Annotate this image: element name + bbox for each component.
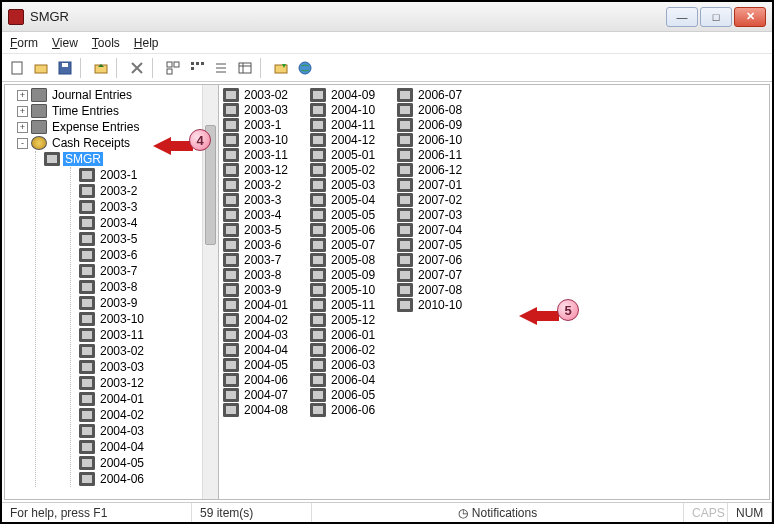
list-item[interactable]: 2004-02 [223, 312, 288, 327]
globe-button[interactable] [294, 57, 316, 79]
expand-toggle[interactable]: + [17, 90, 28, 101]
list-item[interactable]: 2003-2 [223, 177, 288, 192]
save-button[interactable] [54, 57, 76, 79]
list-item[interactable]: 2006-04 [310, 372, 375, 387]
tree-leaf[interactable]: 2004-03 [79, 423, 218, 439]
list-item[interactable]: 2005-06 [310, 222, 375, 237]
list-item[interactable]: 2003-9 [223, 282, 288, 297]
list-item[interactable]: 2005-05 [310, 207, 375, 222]
list-item[interactable]: 2006-03 [310, 357, 375, 372]
tree-leaf[interactable]: 2003-11 [79, 327, 218, 343]
list-item[interactable]: 2003-5 [223, 222, 288, 237]
menu-help[interactable]: Help [134, 36, 159, 50]
folder-up-button[interactable] [90, 57, 112, 79]
list-item[interactable]: 2004-01 [223, 297, 288, 312]
expand-toggle[interactable]: - [17, 138, 28, 149]
list-item[interactable]: 2003-10 [223, 132, 288, 147]
tree-leaf[interactable]: 2003-12 [79, 375, 218, 391]
list-item[interactable]: 2005-10 [310, 282, 375, 297]
tree-node-time[interactable]: +Time Entries [17, 103, 218, 119]
list-item[interactable]: 2006-08 [397, 102, 462, 117]
list-item[interactable]: 2003-02 [223, 87, 288, 102]
menu-form[interactable]: Form [10, 36, 38, 50]
list-item[interactable]: 2005-04 [310, 192, 375, 207]
list-item[interactable]: 2004-09 [310, 87, 375, 102]
menu-tools[interactable]: Tools [92, 36, 120, 50]
expand-toggle[interactable]: + [17, 122, 28, 133]
open-button[interactable] [30, 57, 52, 79]
list-item[interactable]: 2005-01 [310, 147, 375, 162]
list-item[interactable]: 2003-1 [223, 117, 288, 132]
tree-leaf[interactable]: 2003-8 [79, 279, 218, 295]
list-item[interactable]: 2004-11 [310, 117, 375, 132]
list-item[interactable]: 2007-04 [397, 222, 462, 237]
tree-node-journal[interactable]: +Journal Entries [17, 87, 218, 103]
minimize-button[interactable]: — [666, 7, 698, 27]
new-doc-button[interactable] [6, 57, 28, 79]
list-item[interactable]: 2006-10 [397, 132, 462, 147]
list-item[interactable]: 2004-04 [223, 342, 288, 357]
list-item[interactable]: 2005-12 [310, 312, 375, 327]
list-item[interactable]: 2005-02 [310, 162, 375, 177]
list-item[interactable]: 2004-10 [310, 102, 375, 117]
tree-leaf[interactable]: 2003-02 [79, 343, 218, 359]
list-item[interactable]: 2003-3 [223, 192, 288, 207]
list-item[interactable]: 2007-02 [397, 192, 462, 207]
list-item[interactable]: 2004-07 [223, 387, 288, 402]
list-item[interactable]: 2003-7 [223, 252, 288, 267]
tree-leaf[interactable]: 2003-5 [79, 231, 218, 247]
list-item[interactable]: 2003-11 [223, 147, 288, 162]
list-item[interactable]: 2003-6 [223, 237, 288, 252]
list-item[interactable]: 2003-03 [223, 102, 288, 117]
list-item[interactable]: 2007-07 [397, 267, 462, 282]
list-item[interactable]: 2005-03 [310, 177, 375, 192]
list-item[interactable]: 2007-05 [397, 237, 462, 252]
list-item[interactable]: 2006-07 [397, 87, 462, 102]
list-item[interactable]: 2006-09 [397, 117, 462, 132]
tree-leaf[interactable]: 2003-7 [79, 263, 218, 279]
tree-leaf[interactable]: 2004-05 [79, 455, 218, 471]
list-item[interactable]: 2007-08 [397, 282, 462, 297]
menu-view[interactable]: View [52, 36, 78, 50]
tree-leaf[interactable]: 2004-04 [79, 439, 218, 455]
open-folder-button[interactable] [270, 57, 292, 79]
list-item[interactable]: 2007-01 [397, 177, 462, 192]
tree-node-expense[interactable]: +Expense Entries [17, 119, 218, 135]
tree-leaf[interactable]: 2003-9 [79, 295, 218, 311]
tree-leaf[interactable]: 2004-02 [79, 407, 218, 423]
close-button[interactable]: ✕ [734, 7, 766, 27]
list-item[interactable]: 2010-10 [397, 297, 462, 312]
list-item[interactable]: 2006-12 [397, 162, 462, 177]
tree-leaf[interactable]: 2004-06 [79, 471, 218, 487]
view-details-button[interactable] [234, 57, 256, 79]
list-item[interactable]: 2007-06 [397, 252, 462, 267]
list-item[interactable]: 2006-02 [310, 342, 375, 357]
list-item[interactable]: 2005-09 [310, 267, 375, 282]
list-item[interactable]: 2005-07 [310, 237, 375, 252]
list-item[interactable]: 2006-11 [397, 147, 462, 162]
tree-leaf[interactable]: 2003-3 [79, 199, 218, 215]
tree-leaf[interactable]: 2003-10 [79, 311, 218, 327]
list-item[interactable]: 2004-08 [223, 402, 288, 417]
maximize-button[interactable]: □ [700, 7, 732, 27]
list-item[interactable]: 2003-8 [223, 267, 288, 282]
list-item[interactable]: 2006-05 [310, 387, 375, 402]
list-item[interactable]: 2007-03 [397, 207, 462, 222]
list-item[interactable]: 2004-12 [310, 132, 375, 147]
list-item[interactable]: 2006-06 [310, 402, 375, 417]
view-small-button[interactable] [186, 57, 208, 79]
list-item[interactable]: 2005-08 [310, 252, 375, 267]
list-item[interactable]: 2005-11 [310, 297, 375, 312]
view-large-button[interactable] [162, 57, 184, 79]
list-item[interactable]: 2004-05 [223, 357, 288, 372]
list-item[interactable]: 2003-12 [223, 162, 288, 177]
status-notifications[interactable]: ◷ Notifications [312, 503, 684, 522]
tree-leaf[interactable]: 2004-01 [79, 391, 218, 407]
tree-leaf[interactable]: 2003-6 [79, 247, 218, 263]
tree-leaf[interactable]: 2003-1 [79, 167, 218, 183]
list-item[interactable]: 2004-03 [223, 327, 288, 342]
expand-toggle[interactable]: + [17, 106, 28, 117]
list-item[interactable]: 2003-4 [223, 207, 288, 222]
list-item[interactable]: 2004-06 [223, 372, 288, 387]
view-list-button[interactable] [210, 57, 232, 79]
